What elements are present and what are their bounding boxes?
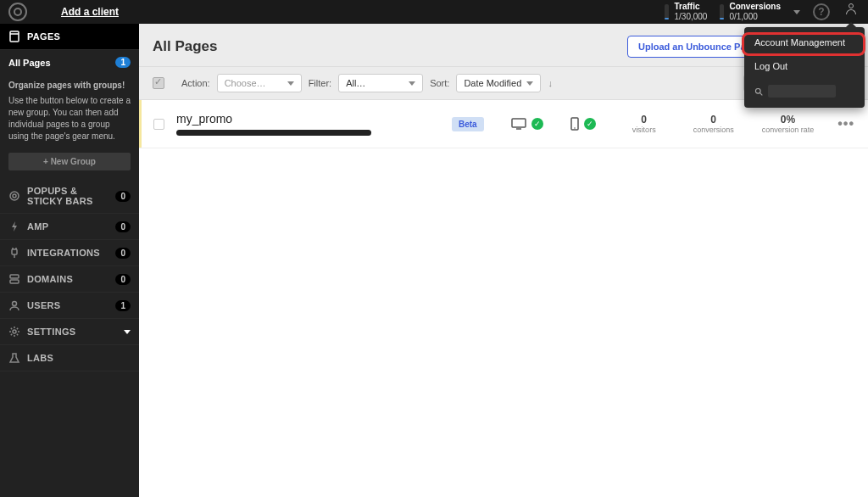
action-label: Action: <box>181 78 210 88</box>
svg-rect-14 <box>512 119 526 127</box>
gear-icon <box>8 326 20 338</box>
stat-label: visitors <box>623 126 665 134</box>
conversion-rate-stat: 0% conversion rate <box>762 114 815 134</box>
sidebar-item-settings[interactable]: SETTINGS <box>0 319 139 345</box>
add-client-link[interactable]: Add a client <box>61 6 119 18</box>
mobile-status: ✓ <box>570 117 596 131</box>
desktop-status: ✓ <box>511 118 543 130</box>
desktop-icon <box>511 118 526 130</box>
svg-point-2 <box>10 192 19 200</box>
sidebar-item-integrations[interactable]: INTEGRATIONS 0 <box>0 240 139 266</box>
sidebar-pages-label: PAGES <box>27 31 131 42</box>
check-icon: ✓ <box>531 118 543 130</box>
status-bar-icon <box>139 100 142 148</box>
bolt-icon <box>8 221 20 232</box>
sidebar-item-label: POPUPS & STICKY BARS <box>27 186 108 206</box>
sidebar: PAGES All Pages 1 Organize pages with gr… <box>0 24 139 497</box>
sidebar-all-pages-label: All Pages <box>8 58 51 68</box>
plug-icon <box>8 247 20 259</box>
traffic-stat: Traffic 1/30,000 <box>665 2 707 22</box>
svg-point-18 <box>755 88 760 93</box>
page-icon <box>8 31 20 42</box>
sidebar-item-label: USERS <box>27 300 108 310</box>
traffic-label: Traffic <box>674 2 707 12</box>
page-title: All Pages <box>153 38 218 55</box>
sidebar-item-labs[interactable]: LABS <box>0 345 139 371</box>
new-group-button[interactable]: + New Group <box>8 153 131 170</box>
sidebar-item-amp[interactable]: AMP 0 <box>0 214 139 240</box>
conversions-value: 0/1,000 <box>729 12 781 22</box>
user-avatar-icon[interactable] <box>843 3 860 20</box>
beta-badge: Beta <box>452 117 484 131</box>
chevron-down-icon <box>526 81 533 86</box>
search-icon <box>754 87 763 96</box>
filter-label: Filter: <box>309 78 332 88</box>
conversions-stat: 0 conversions <box>693 114 735 134</box>
help-icon[interactable]: ? <box>813 3 830 20</box>
flask-icon <box>8 352 20 364</box>
sidebar-item-label: INTEGRATIONS <box>27 248 108 258</box>
check-icon: ✓ <box>584 118 596 130</box>
svg-line-19 <box>760 92 762 95</box>
sidebar-item-pages[interactable]: PAGES <box>0 24 139 50</box>
server-icon <box>8 273 20 285</box>
sidebar-item-users[interactable]: USERS 1 <box>0 293 139 319</box>
caret-down-icon <box>124 330 131 334</box>
sort-value: Date Modified <box>464 78 521 88</box>
topbar: Add a client Traffic 1/30,000 Conversion… <box>0 0 868 24</box>
stat-number: 0 <box>623 114 665 126</box>
user-menu-dropdown: Account Management Log Out <box>744 27 865 108</box>
svg-point-11 <box>13 330 16 333</box>
sidebar-item-popups[interactable]: POPUPS & STICKY BARS 0 <box>0 179 139 214</box>
select-all-checkbox[interactable] <box>153 77 164 89</box>
filter-value: All… <box>346 78 365 88</box>
conversions-stat: Conversions 0/1,000 <box>720 2 781 22</box>
svg-point-10 <box>13 302 17 306</box>
stat-number: 0% <box>762 114 815 126</box>
traffic-bar-icon <box>665 4 669 20</box>
stats-dropdown-icon[interactable] <box>793 10 800 14</box>
svg-rect-4 <box>12 249 17 254</box>
chevron-down-icon <box>409 81 415 86</box>
sidebar-groups-body: Use the button below to create a new gro… <box>8 95 131 142</box>
sort-select[interactable]: Date Modified <box>456 74 541 92</box>
stat-label: conversion rate <box>762 126 815 134</box>
sort-direction-icon[interactable]: ↓ <box>548 78 553 88</box>
visitors-stat: 0 visitors <box>623 114 665 134</box>
page-name[interactable]: my_promo <box>176 112 371 126</box>
account-management-item[interactable]: Account Management <box>744 31 865 54</box>
logo-icon[interactable] <box>8 3 27 21</box>
mobile-icon <box>570 117 579 131</box>
filter-select[interactable]: All… <box>338 74 423 92</box>
conversions-label: Conversions <box>729 2 781 12</box>
action-placeholder: Choose… <box>225 78 266 88</box>
sidebar-all-pages[interactable]: All Pages 1 <box>0 50 139 75</box>
sidebar-item-label: DOMAINS <box>27 274 108 284</box>
sidebar-item-domains[interactable]: DOMAINS 0 <box>0 266 139 293</box>
stat-label: conversions <box>693 126 735 134</box>
menu-search-input[interactable] <box>768 85 836 98</box>
sidebar-item-count: 0 <box>115 191 131 202</box>
traffic-value: 1/30,000 <box>674 12 707 22</box>
user-icon <box>8 299 20 311</box>
sidebar-all-pages-count: 1 <box>115 57 131 68</box>
svg-rect-9 <box>10 280 19 283</box>
svg-rect-8 <box>10 275 19 278</box>
sidebar-item-count: 0 <box>115 221 131 232</box>
logout-item[interactable]: Log Out <box>744 54 865 78</box>
target-icon <box>8 190 20 202</box>
svg-rect-0 <box>10 31 19 42</box>
svg-point-3 <box>13 194 16 198</box>
row-checkbox[interactable] <box>153 119 164 130</box>
menu-search-item[interactable] <box>744 78 865 104</box>
sidebar-item-label: SETTINGS <box>27 327 117 337</box>
action-select[interactable]: Choose… <box>217 74 302 92</box>
sidebar-item-count: 0 <box>115 274 131 285</box>
sidebar-groups-info: Organize pages with groups! Use the butt… <box>0 75 139 148</box>
sidebar-item-label: AMP <box>27 221 108 232</box>
more-options-button[interactable]: ••• <box>837 116 854 131</box>
sort-label: Sort: <box>430 78 449 88</box>
stat-number: 0 <box>693 114 735 126</box>
sidebar-item-count: 1 <box>115 300 131 311</box>
sidebar-item-count: 0 <box>115 248 131 259</box>
